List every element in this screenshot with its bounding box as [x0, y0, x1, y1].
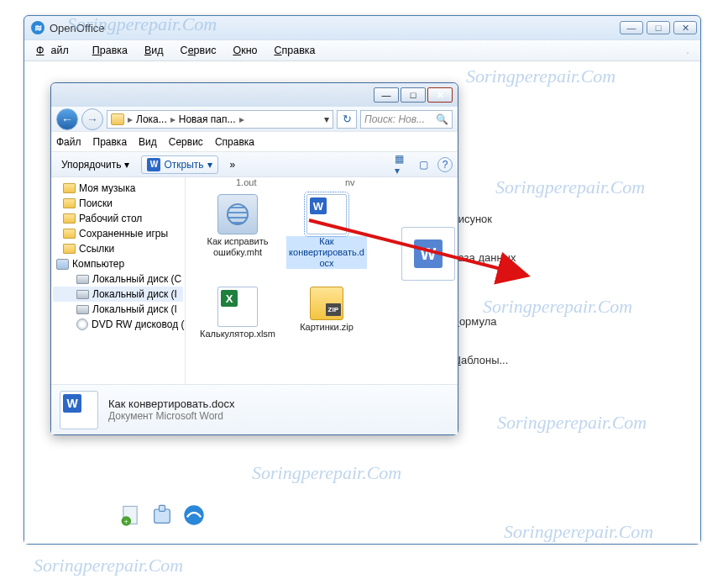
- folder-icon: [63, 183, 76, 193]
- start-formula[interactable]: Формула: [451, 302, 585, 340]
- breadcrumb-sep: ▸: [128, 113, 133, 125]
- toolbar-more-button[interactable]: »: [225, 157, 241, 172]
- excel-file-icon: [217, 287, 258, 327]
- titlebar[interactable]: ≋ OpenOffice — □ ✕: [24, 16, 700, 39]
- start-bottom-toolbar: +: [118, 503, 206, 527]
- menu-help[interactable]: Справка: [267, 43, 322, 58]
- maximize-button[interactable]: □: [647, 21, 670, 34]
- svg-rect-5: [160, 505, 165, 511]
- tree-item[interactable]: Поиски: [53, 196, 183, 211]
- breadcrumb-part[interactable]: Новая пап...: [179, 113, 236, 125]
- disk-icon: [76, 305, 89, 314]
- ex-menu-view[interactable]: Вид: [139, 136, 157, 148]
- breadcrumb-part[interactable]: Лока...: [136, 113, 167, 125]
- tree-item-disk[interactable]: Локальный диск (I: [53, 302, 183, 317]
- folder-icon: [63, 213, 76, 224]
- extension-icon[interactable]: [150, 503, 174, 527]
- explorer-menu-bar: Файл Правка Вид Сервис Справка: [51, 132, 458, 152]
- tree-item[interactable]: Ссылки: [53, 241, 183, 256]
- file-xlsm[interactable]: Калькулятор.xlsm: [197, 287, 278, 340]
- ex-menu-help[interactable]: Справка: [215, 136, 254, 148]
- help-icon[interactable]: ?: [437, 157, 453, 172]
- tree-item[interactable]: Сохраненные игры: [53, 226, 183, 241]
- explorer-titlebar[interactable]: — □ ✕: [51, 83, 458, 107]
- folder-icon: [63, 229, 76, 239]
- file-zip[interactable]: Картинки.zip: [286, 287, 367, 333]
- file-list[interactable]: 1.out nv Как исправить ошибку.mht Как ко…: [186, 177, 458, 384]
- nav-forward-button[interactable]: →: [81, 108, 103, 130]
- svg-text:+: +: [124, 518, 128, 526]
- search-icon[interactable]: 🔍: [436, 113, 448, 125]
- address-dropdown-icon[interactable]: ▾: [324, 113, 329, 125]
- file-docx-selected[interactable]: Как конвертировать.docx: [286, 194, 367, 269]
- ex-menu-tools[interactable]: Сервис: [169, 136, 203, 148]
- status-bar: Как конвертировать.docx Документ Microso…: [51, 384, 458, 434]
- watermark: Soringperepair.Com: [34, 555, 183, 576]
- truncated-label: nv: [345, 177, 355, 187]
- explorer-maximize-button[interactable]: □: [401, 87, 426, 103]
- menu-bar: Файл Правка Вид Сервис Окно Справка: [24, 39, 700, 61]
- folder-icon: [63, 198, 76, 208]
- preview-pane-button[interactable]: ▢: [416, 157, 431, 172]
- ex-menu-file[interactable]: Файл: [56, 136, 81, 148]
- folder-icon: [111, 113, 124, 125]
- minimize-button[interactable]: —: [620, 21, 643, 34]
- folder-icon: [63, 244, 76, 254]
- mht-file-icon: [217, 194, 258, 234]
- start-database[interactable]: База данных: [451, 238, 585, 276]
- start-templates[interactable]: Шаблоны...: [451, 340, 585, 379]
- dvd-icon: [76, 318, 88, 330]
- drag-ghost-icon: W: [401, 227, 455, 281]
- tree-item[interactable]: Моя музыка: [53, 181, 183, 196]
- organize-button[interactable]: Упорядочить ▾: [56, 157, 134, 172]
- truncated-label: 1.out: [236, 177, 256, 187]
- nav-tree: Моя музыка Поиски Рабочий стол Сохраненн…: [51, 177, 186, 384]
- tree-item-disk-selected[interactable]: Локальный диск (I: [53, 287, 183, 302]
- open-button[interactable]: WОткрыть ▾: [141, 155, 217, 174]
- file-mht[interactable]: Как исправить ошибку.mht: [197, 194, 278, 258]
- tree-item-computer[interactable]: Компьютер: [53, 256, 183, 271]
- status-filename: Как конвертировать.docx: [108, 397, 234, 410]
- tree-item[interactable]: Рабочий стол: [53, 211, 183, 226]
- explorer-window: — □ ✕ ← → ▸ Лока... ▸ Новая пап... ▸ ▾ ↻…: [50, 82, 458, 435]
- word-file-icon: [306, 194, 347, 234]
- new-doc-icon[interactable]: +: [118, 503, 142, 527]
- disk-icon: [76, 290, 89, 299]
- download-icon[interactable]: [680, 43, 695, 58]
- explorer-minimize-button[interactable]: —: [374, 87, 399, 103]
- window-title: OpenOffice: [50, 22, 105, 34]
- nav-back-button[interactable]: ←: [56, 108, 78, 130]
- status-filetype: Документ Microsoft Word: [108, 410, 234, 422]
- svg-point-6: [184, 505, 203, 524]
- explorer-close-button[interactable]: ✕: [427, 87, 453, 103]
- search-placeholder: Поиск: Нов...: [364, 113, 425, 125]
- status-file-icon: [60, 391, 98, 429]
- openoffice-logo-icon: ≋: [31, 21, 45, 34]
- menu-file[interactable]: Файл: [29, 43, 82, 58]
- zip-file-icon: [310, 287, 343, 320]
- close-button[interactable]: ✕: [673, 21, 697, 34]
- refresh-button[interactable]: ↻: [337, 110, 357, 129]
- breadcrumb-sep: ▸: [170, 113, 175, 125]
- menu-tools[interactable]: Сервис: [174, 43, 223, 58]
- ex-menu-edit[interactable]: Правка: [93, 136, 128, 148]
- view-mode-button[interactable]: ▦ ▾: [394, 157, 409, 172]
- search-input[interactable]: Поиск: Нов... 🔍: [360, 110, 453, 129]
- disk-icon: [76, 275, 89, 284]
- computer-icon: [56, 259, 69, 270]
- menu-view[interactable]: Вид: [138, 43, 170, 58]
- openoffice-round-icon[interactable]: [182, 503, 206, 527]
- tree-item-dvd[interactable]: DVD RW дисковод (: [53, 317, 183, 332]
- explorer-toolbar: Упорядочить ▾ WОткрыть ▾ » ▦ ▾ ▢ ?: [51, 152, 458, 177]
- start-drawing[interactable]: Рисунок: [451, 199, 585, 238]
- menu-window[interactable]: Окно: [226, 43, 264, 58]
- breadcrumb-sep: ▸: [239, 113, 244, 125]
- explorer-navbar: ← → ▸ Лока... ▸ Новая пап... ▸ ▾ ↻ Поиск…: [51, 107, 458, 132]
- word-icon: W: [147, 158, 160, 171]
- address-bar[interactable]: ▸ Лока... ▸ Новая пап... ▸ ▾: [107, 110, 333, 129]
- tree-item-disk[interactable]: Локальный диск (C: [53, 271, 183, 287]
- menu-edit[interactable]: Правка: [86, 43, 134, 58]
